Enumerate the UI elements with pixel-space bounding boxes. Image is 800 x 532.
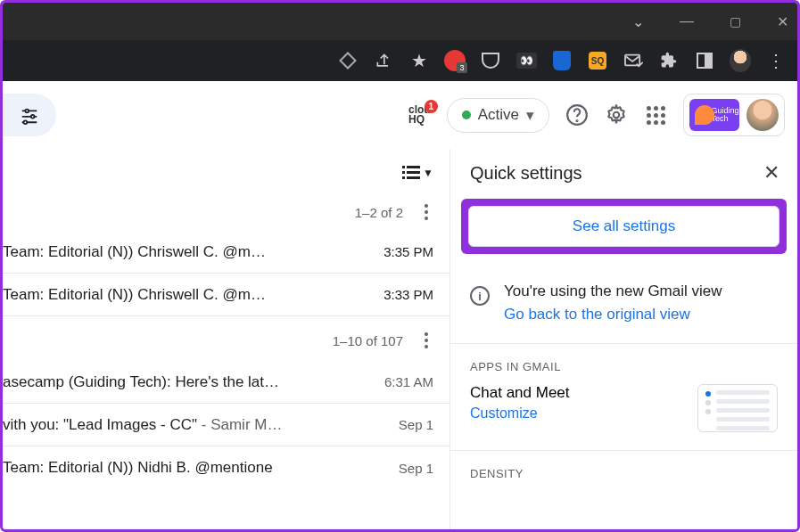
svg-point-2 [25, 110, 29, 113]
more-menu-icon[interactable] [419, 204, 433, 220]
highlighted-action: See all settings [461, 199, 787, 254]
new-view-notice: i You're using the new Gmail view Go bac… [450, 263, 797, 344]
cloudhq-icon[interactable]: clouHQ 1 [408, 105, 431, 125]
main-content: ▼ 1–2 of 2 Team: Editorial (N)) Chriswel… [3, 149, 797, 529]
svg-rect-14 [402, 176, 405, 179]
window-titlebar: ⌄ — ▢ ✕ [3, 3, 797, 40]
chat-meet-row: Chat and Meet Customize [450, 384, 797, 451]
split-pane-toggle[interactable]: ▼ [402, 166, 433, 180]
mail-time: 6:31 AM [384, 374, 433, 389]
see-all-settings-button[interactable]: See all settings [468, 206, 779, 247]
svg-point-6 [24, 120, 28, 124]
status-dot-icon [462, 110, 471, 119]
close-icon[interactable]: ✕ [763, 161, 779, 184]
status-label: Active [478, 106, 519, 124]
mail-time: Sep 1 [399, 461, 433, 476]
org-badge: GuidingTech [689, 99, 739, 131]
mail-time: 3:33 PM [384, 287, 433, 302]
account-switcher[interactable]: GuidingTech [683, 94, 785, 136]
page-count: 1–10 of 107 [333, 333, 403, 348]
mail-row[interactable]: vith you: "Lead Images - CC" - Samir M… … [3, 404, 449, 446]
page-count: 1–2 of 2 [355, 205, 403, 220]
minimize-button[interactable]: — [680, 13, 694, 29]
mail-list-area: ▼ 1–2 of 2 Team: Editorial (N)) Chriswel… [3, 149, 449, 529]
svg-rect-12 [402, 171, 405, 174]
chevron-down-icon: ▾ [526, 106, 534, 125]
apps-grid-icon[interactable] [644, 103, 667, 127]
mail-subject: Team: Editorial (N)) Chriswell C. @m… [3, 286, 373, 304]
extension-shield-icon[interactable] [551, 50, 573, 71]
mail-subject: vith you: "Lead Images - CC" - Samir M… [3, 416, 388, 434]
svg-point-8 [576, 120, 577, 121]
help-icon[interactable] [565, 103, 589, 127]
pagination-row: 1–2 of 2 [3, 197, 449, 231]
search-filters-button[interactable] [3, 94, 56, 136]
mail-row[interactable]: Team: Editorial (N)) Chriswell C. @m… 3:… [3, 274, 449, 316]
extension-pocket-icon[interactable] [480, 50, 501, 71]
settings-gear-icon[interactable] [605, 103, 628, 127]
mail-row[interactable]: Team: Editorial (N)) Nidhi B. @mentione … [3, 446, 449, 489]
chat-meet-label: Chat and Meet [470, 384, 570, 402]
quick-settings-panel: Quick settings ✕ See all settings i You'… [449, 149, 797, 529]
svg-rect-11 [407, 166, 420, 168]
browser-toolbar: ★ 👀 SQ ⋮ [3, 40, 797, 81]
mail-subject: Team: Editorial (N)) Chriswell C. @m… [3, 243, 373, 261]
svg-point-4 [31, 115, 35, 119]
svg-rect-10 [402, 166, 405, 168]
extensions-icon[interactable] [658, 50, 680, 71]
user-avatar-icon [746, 99, 779, 131]
section-label-density: DENSITY [450, 451, 797, 491]
info-icon: i [470, 286, 490, 306]
mail-toolbar: ▼ [3, 149, 449, 197]
close-window-button[interactable]: ✕ [777, 13, 788, 30]
extension-eyes-icon[interactable]: 👀 [515, 50, 537, 71]
more-menu-icon[interactable] [419, 332, 433, 348]
go-back-link[interactable]: Go back to the original view [504, 306, 722, 323]
maximize-button[interactable]: ▢ [730, 14, 741, 29]
customize-link[interactable]: Customize [470, 405, 570, 422]
mail-subject: asecamp (Guiding Tech): Here's the lat… [3, 373, 374, 391]
extension-mail-icon[interactable] [623, 50, 644, 71]
bookmark-star-icon[interactable]: ★ [408, 50, 430, 71]
extension-sq-icon[interactable]: SQ [587, 50, 608, 71]
chevron-down-icon[interactable]: ⌄ [632, 13, 644, 30]
side-panel-icon[interactable] [694, 50, 715, 71]
mail-subject: Team: Editorial (N)) Nidhi B. @mentione [3, 459, 388, 477]
status-chip[interactable]: Active ▾ [447, 98, 549, 133]
extension-adblock-icon[interactable] [444, 50, 466, 71]
mail-row[interactable]: Team: Editorial (N)) Chriswell C. @m… 3:… [3, 231, 449, 274]
svg-point-9 [614, 112, 620, 119]
layout-thumbnail[interactable] [697, 384, 778, 432]
gmail-header: clouHQ 1 Active ▾ GuidingTech [3, 81, 797, 149]
pagination-row: 1–10 of 107 [3, 316, 449, 361]
section-label-apps: APPS IN GMAIL [450, 344, 797, 384]
diamond-icon[interactable] [337, 50, 359, 71]
quick-settings-title: Quick settings [470, 163, 582, 184]
mail-time: 3:35 PM [384, 244, 433, 259]
share-icon[interactable] [373, 50, 394, 71]
svg-rect-15 [407, 176, 420, 179]
mail-row[interactable]: asecamp (Guiding Tech): Here's the lat… … [3, 361, 449, 404]
svg-rect-13 [407, 171, 420, 174]
profile-avatar-icon[interactable] [730, 50, 751, 71]
browser-menu-icon[interactable]: ⋮ [765, 50, 787, 71]
new-view-message: You're using the new Gmail view [504, 282, 722, 300]
mail-time: Sep 1 [399, 417, 433, 432]
